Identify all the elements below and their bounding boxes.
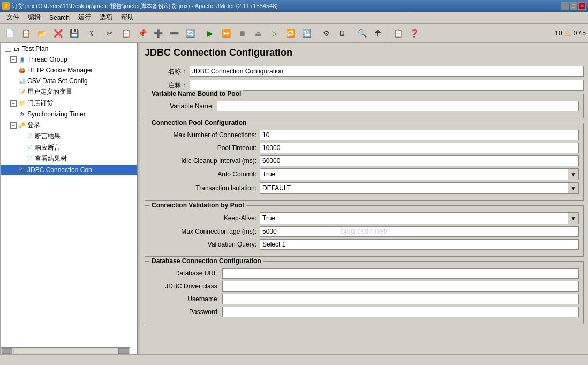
tree-item-thread-group[interactable]: − 🧵 Thread Group [1, 54, 137, 65]
variable-name-input[interactable] [217, 101, 579, 111]
transaction-isolation-wrapper: DEFAULT TRANSACTION_COMMITTED TRANSACTIO… [260, 182, 579, 194]
help-tb-button[interactable]: ❓ [406, 26, 421, 41]
run-from-button[interactable]: ▷ [267, 26, 282, 41]
menu-help[interactable]: 帮助 [117, 12, 138, 23]
menu-search[interactable]: Search [45, 13, 74, 23]
tree-item-test-plan[interactable]: − 🗂 Test Plan [1, 43, 137, 54]
search-tb-button[interactable]: 🔍 [355, 26, 370, 41]
tree-item-csv-data[interactable]: 📊 CSV Data Set Config [1, 76, 137, 86]
password-label: Password: [149, 308, 219, 316]
section-pool-title: Variable Name Bound to Pool [149, 90, 243, 98]
config-title: JDBC Connection Configuration [145, 47, 584, 61]
separator-5 [388, 27, 388, 40]
cut-button[interactable]: ✂ [102, 26, 117, 41]
expand-login[interactable]: − [10, 122, 17, 129]
auto-commit-select[interactable]: True False [260, 168, 579, 180]
close-button[interactable]: ❌ [50, 26, 65, 41]
expand-thread-group[interactable]: − [10, 56, 17, 63]
validation-query-label: Validation Query: [149, 241, 257, 248]
open-button[interactable]: 📂 [34, 26, 49, 41]
section-validation-title: Connection Validation by Pool [149, 202, 246, 209]
main-layout: − 🗂 Test Plan − 🧵 Thread Group 🍪 HTTP Co… [0, 43, 588, 354]
templates-button[interactable]: 📋 [18, 26, 33, 41]
transaction-isolation-select[interactable]: DEFAULT TRANSACTION_COMMITTED TRANSACTIO… [260, 182, 579, 194]
pool-timeout-row: Pool Timeout: [149, 143, 579, 153]
title-bar-controls[interactable]: ─ □ ✕ [561, 2, 586, 10]
name-input[interactable] [190, 66, 584, 77]
test-plan-label: Test Plan [22, 45, 48, 53]
tree-item-view-result[interactable]: 📄 查看结果树 [1, 153, 137, 165]
menu-file[interactable]: 文件 [2, 12, 24, 23]
expand-button[interactable]: ➕ [150, 26, 165, 41]
right-panel: JDBC Connection Configuration 名称： 注释： Va… [140, 43, 588, 354]
tree-item-jdbc[interactable]: 🔌 JDBC Connection Con [1, 165, 137, 175]
save-as-button[interactable]: 🖨 [82, 26, 97, 41]
username-input[interactable] [222, 294, 579, 304]
login-label: 登录 [27, 121, 40, 130]
jdbc-driver-input[interactable] [222, 281, 579, 292]
section-pool-content: Variable Name: [149, 101, 579, 111]
section-conn-pool-content: Max Number of Connections: Pool Timeout:… [149, 130, 579, 194]
section-database: Database Connection Configuration Databa… [145, 261, 584, 324]
new-button[interactable]: 📄 [2, 26, 17, 41]
log-view-button[interactable]: 📋 [390, 26, 405, 41]
toggle-button[interactable]: 🔄 [183, 26, 198, 41]
maximize-button[interactable]: □ [570, 2, 577, 10]
expand-shop-order[interactable]: − [10, 100, 17, 107]
paste-button[interactable]: 📌 [134, 26, 149, 41]
idle-cleanup-input[interactable] [260, 155, 579, 166]
tree-item-response-assert[interactable]: 📄 响应断言 [1, 142, 137, 153]
section-validation-content: blog.csdn.net/ Keep-Alive: True False ▼ … [149, 212, 579, 250]
idle-cleanup-row: Idle Cleanup Interval (ms): [149, 155, 579, 166]
database-url-label: Database URL: [149, 270, 219, 277]
tree-item-http-cookie[interactable]: 🍪 HTTP Cookie Manager [1, 65, 137, 76]
response-assert-icon: 📄 [25, 144, 34, 152]
password-input[interactable] [222, 307, 579, 317]
clear-button[interactable]: 🗑 [371, 26, 386, 41]
comment-row: 注释： [145, 80, 584, 91]
copy-button[interactable]: 📋 [118, 26, 133, 41]
validate2-button[interactable]: 🔃 [299, 26, 314, 41]
validation-query-input[interactable] [260, 239, 579, 250]
tree-item-assert-result1[interactable]: 📄 断言结果 [1, 131, 137, 142]
save-button[interactable]: 💾 [66, 26, 81, 41]
start-no-pause-button[interactable]: ⏩ [218, 26, 233, 41]
view-result-icon: 📄 [25, 155, 34, 163]
start-button[interactable]: ▶ [202, 26, 217, 41]
menu-edit[interactable]: 编辑 [24, 12, 45, 23]
expand-test-plan[interactable]: − [5, 46, 11, 52]
database-url-input[interactable] [222, 268, 579, 279]
remote-button[interactable]: ⚙ [319, 26, 334, 41]
shutdown-button[interactable]: ⏏ [251, 26, 266, 41]
username-label: Username: [149, 295, 219, 303]
collapse-button[interactable]: ➖ [167, 26, 182, 41]
tree-item-shop-order[interactable]: − 📁 门店订货 [1, 98, 137, 109]
view-result-label: 查看结果树 [35, 154, 67, 163]
test-plan-icon: 🗂 [12, 44, 21, 53]
thread-group-label: Thread Group [27, 56, 67, 63]
close-button[interactable]: ✕ [578, 2, 586, 10]
menu-run[interactable]: 运行 [74, 12, 95, 23]
name-row: 名称： [145, 66, 584, 77]
tree-item-login[interactable]: − 🔑 登录 [1, 120, 137, 131]
keep-alive-select[interactable]: True False [260, 212, 579, 224]
pool-timeout-input[interactable] [260, 143, 579, 153]
minimize-button[interactable]: ─ [561, 2, 569, 10]
max-conn-age-row: Max Connection age (ms): [149, 226, 579, 237]
remote2-button[interactable]: 🖥 [335, 26, 350, 41]
validate-button[interactable]: 🔁 [283, 26, 298, 41]
separator-4 [352, 27, 352, 40]
tree-item-user-vars[interactable]: 📝 用户定义的变量 [1, 86, 137, 98]
title-text: 订货.jmx (C:\Users\11\Desktop\jmeter报告\jme… [12, 2, 278, 10]
database-url-row: Database URL: [149, 268, 579, 279]
tree-item-sync-timer[interactable]: ⏱ Synchronizing Timer [1, 109, 137, 120]
stop-button[interactable]: ⏹ [235, 26, 250, 41]
assert-result1-icon: 📄 [25, 132, 34, 141]
csv-data-icon: 📊 [18, 77, 26, 85]
max-conn-age-input[interactable] [260, 226, 579, 237]
h-scrollbar[interactable] [1, 347, 130, 354]
name-label: 名称： [145, 67, 187, 76]
comment-input[interactable] [190, 80, 584, 91]
menu-options[interactable]: 选项 [95, 12, 117, 23]
max-conn-input[interactable] [260, 130, 579, 140]
